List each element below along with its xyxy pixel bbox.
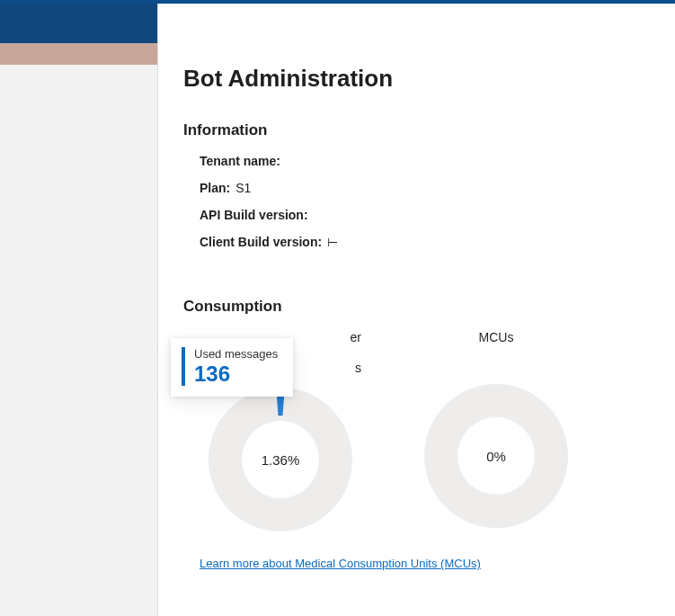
info-label: Tenant name: (200, 154, 280, 168)
sidebar (0, 4, 157, 616)
info-label: Plan: (200, 181, 230, 195)
donut-chart-mcus: 0% (424, 384, 568, 528)
chart-header-mcus: MCUs (415, 330, 577, 344)
info-value: ⊢ (327, 235, 338, 249)
section-title-information: Information (183, 121, 653, 139)
main-content: Bot Administration Information Tenant na… (158, 4, 675, 616)
tooltip-accent-bar (182, 347, 185, 386)
section-title-consumption: Consumption (183, 298, 653, 316)
info-row-tenant: Tenant name: (200, 154, 653, 168)
info-row-plan: Plan: S1 (200, 181, 653, 195)
info-row-api-build: API Build version: (200, 208, 653, 222)
information-block: Tenant name: Plan: S1 API Build version:… (183, 154, 653, 249)
info-row-client-build: Client Build version: ⊢ (200, 235, 653, 249)
info-label: Client Build version: (200, 235, 322, 249)
page-title: Bot Administration (183, 65, 653, 93)
chart-tooltip: Used messages 136 (171, 338, 293, 397)
consumption-block: Used messages 136 placeholder er s 1.36% (183, 330, 653, 570)
learn-more-link[interactable]: Learn more about Medical Consumption Uni… (200, 557, 481, 570)
tooltip-label: Used messages (194, 347, 278, 361)
info-value: S1 (235, 181, 251, 195)
donut-chart-messages: 1.36% (209, 388, 352, 531)
chart-header-fragment-tail: s (355, 361, 361, 375)
donut-center-value: 0% (486, 449, 506, 464)
chart-column-mcus: MCUs 0% (415, 330, 577, 531)
sidebar-sub-band (0, 43, 157, 65)
sidebar-header-band (0, 4, 157, 43)
donut-center-value: 1.36% (262, 452, 300, 468)
tooltip-value: 136 (194, 362, 278, 386)
chart-header-fragment: er (351, 330, 361, 344)
info-label: API Build version: (200, 208, 308, 222)
